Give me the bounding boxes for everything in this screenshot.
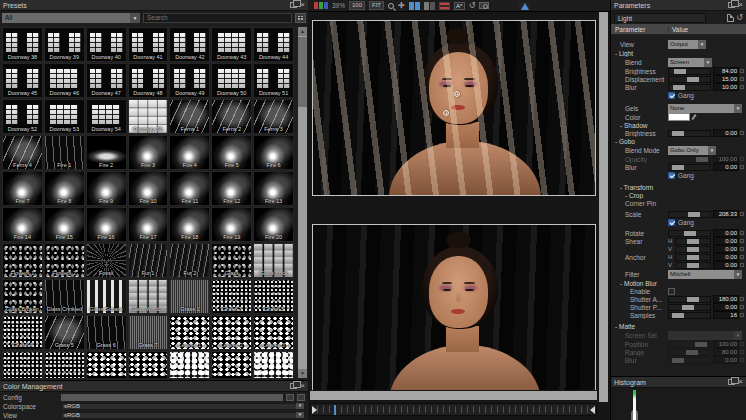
preset-tile-doorway-48[interactable]: Doorway 48 (128, 63, 169, 98)
timeline-playhead[interactable] (334, 405, 336, 415)
preset-tile-fur-1[interactable]: Fur 1 (128, 243, 169, 278)
slider-thumb[interactable] (688, 212, 700, 217)
preset-tile-leaves-3[interactable]: Leaves 3 (253, 315, 294, 350)
float-panel-icon[interactable] (728, 379, 735, 385)
slider-thumb[interactable] (672, 131, 684, 136)
preset-tile-grass-2[interactable]: Grass 2 (211, 279, 252, 314)
blend-dropdown[interactable]: Screen▼ (668, 58, 712, 67)
preset-tile-leaves-1[interactable]: Leaves 1 (169, 315, 210, 350)
colorspace-dropdown[interactable]: sRGB ▼ (61, 403, 305, 410)
reset-param-icon[interactable] (740, 85, 744, 89)
preset-tile-fire-7[interactable]: Fire 7 (2, 171, 43, 206)
samples-value[interactable]: 16 (713, 311, 739, 319)
reset-param-icon[interactable] (740, 263, 744, 267)
preset-tile-doorway-44[interactable]: Doorway 44 (253, 27, 294, 62)
zoom-tool-icon[interactable] (388, 3, 394, 9)
config-menu-button[interactable] (297, 394, 305, 401)
gels-dropdown[interactable]: None▼ (668, 104, 742, 113)
viewer-canvas[interactable] (308, 12, 598, 390)
timeline[interactable] (310, 403, 597, 416)
preset-tile-ferns-3[interactable]: Ferns 3 (253, 99, 294, 134)
preset-tile-leaves-9[interactable]: Leaves 9 (211, 351, 252, 378)
preset-tile-glass-brick[interactable]: Glass Brick (253, 243, 294, 278)
preset-category-dropdown[interactable]: All ▼ (2, 13, 140, 23)
view-dropdown[interactable]: Output▼ (668, 40, 706, 49)
preset-tile-flowers-1[interactable]: Flowers 1 (2, 243, 43, 278)
zoom-fit-button[interactable]: FIT (369, 1, 384, 10)
reset-param-icon[interactable] (740, 212, 744, 216)
slider-thumb[interactable] (672, 165, 684, 170)
shutter-a-slider[interactable] (668, 296, 711, 303)
preset-tile-fire-16[interactable]: Fire 16 (86, 207, 127, 242)
preset-tile-grass-5[interactable]: Grass 5 (44, 315, 85, 350)
slider-thumb[interactable] (682, 305, 694, 310)
slider-thumb[interactable] (672, 313, 684, 318)
preset-tile-doorway-47[interactable]: Doorway 47 (86, 63, 127, 98)
brightness-value[interactable]: 84.00 (713, 67, 739, 75)
pan-tool-icon[interactable]: ✛ (398, 2, 405, 10)
slider-thumb[interactable] (687, 239, 699, 244)
preset-tile-doorway-51[interactable]: Doorway 51 (253, 63, 294, 98)
preset-tile-leaves-7[interactable]: Leaves 7 (128, 351, 169, 378)
preset-tile-doorway-53[interactable]: Doorway 53 (44, 99, 85, 134)
preset-tile-doorway-42[interactable]: Doorway 42 (169, 27, 210, 62)
preset-tile-fire-12[interactable]: Fire 12 (211, 171, 252, 206)
reset-param-icon[interactable] (740, 231, 744, 235)
viewer-image-output[interactable] (312, 20, 596, 196)
auto-key-icon[interactable]: A* (454, 2, 465, 10)
preset-tile-fire-11[interactable]: Fire 11 (169, 171, 210, 206)
blur-slider[interactable] (668, 84, 711, 91)
compare-views-icon[interactable] (409, 2, 420, 10)
param-slider[interactable] (675, 262, 711, 269)
eyedropper-icon[interactable] (692, 113, 697, 121)
light-control-point[interactable] (454, 91, 460, 97)
preset-tile-doorway-39[interactable]: Doorway 39 (44, 27, 85, 62)
param-slider[interactable] (675, 246, 711, 253)
preset-tile-fire-14[interactable]: Fire 14 (2, 207, 43, 242)
reset-param-icon[interactable] (740, 131, 744, 135)
reset-param-icon[interactable] (740, 165, 744, 169)
slider-thumb[interactable] (687, 255, 699, 260)
view-dropdown[interactable]: sRGB ▼ (61, 412, 305, 419)
scroll-up-icon[interactable]: ▲ (298, 27, 307, 36)
blur-value[interactable]: 0.00 (713, 163, 739, 171)
snapshot-icon[interactable] (479, 2, 489, 9)
rgb-channels-icon[interactable] (314, 2, 328, 9)
preset-tile-fire-5[interactable]: Fire 5 (211, 135, 252, 170)
preset-tile-ferns-4[interactable]: Ferns 4 (2, 135, 43, 170)
reset-param-icon[interactable] (740, 247, 744, 251)
scale-value[interactable]: 208.33 (713, 210, 739, 218)
opacity-slider[interactable] (668, 156, 711, 163)
reset-param-icon[interactable] (740, 342, 744, 346)
preset-tile-ferns-2[interactable]: Ferns 2 (211, 99, 252, 134)
slider-thumb[interactable] (686, 350, 698, 355)
preset-tile-doorway-41[interactable]: Doorway 41 (128, 27, 169, 62)
viewer-horizontal-scrollbar[interactable] (310, 391, 597, 400)
preset-tile-grass-3[interactable]: Grass 3 (253, 279, 294, 314)
preset-tile-glass-window[interactable]: Glass Window (128, 279, 169, 314)
position-slider[interactable] (668, 341, 711, 348)
preset-tile-doorway-45[interactable]: Doorway 45 (2, 63, 43, 98)
position-value[interactable]: 100.00 (713, 340, 739, 348)
blur-value[interactable]: 10.00 (713, 83, 739, 91)
screen-sel-dropdown[interactable]: ▼ (668, 331, 742, 340)
shutter-p-value[interactable]: 0.00 (713, 303, 739, 311)
enable-checkbox[interactable] (668, 288, 675, 295)
slider-thumb[interactable] (672, 358, 684, 363)
preset-tile-fire-19[interactable]: Fire 19 (211, 207, 252, 242)
slider-thumb[interactable] (687, 77, 699, 82)
preset-tile-grass-4[interactable]: Grass 4 (2, 315, 43, 350)
slider-thumb[interactable] (687, 297, 699, 302)
float-panel-icon[interactable] (728, 2, 735, 8)
preset-tile-fire-3[interactable]: Fire 3 (128, 135, 169, 170)
preset-tile-grass-7[interactable]: Grass 7 (128, 315, 169, 350)
preset-tile-doorway-38[interactable]: Doorway 38 (2, 27, 43, 62)
filter-name-field[interactable]: Light (614, 13, 706, 23)
preset-tile-fire-8[interactable]: Fire 8 (44, 171, 85, 206)
rotate-value[interactable]: 0.00 (713, 229, 739, 237)
preset-tile-fire-2[interactable]: Fire 2 (86, 135, 127, 170)
preset-tile-fire-20[interactable]: Fire 20 (253, 207, 294, 242)
range-value[interactable]: 80.00 (713, 348, 739, 356)
blur-slider[interactable] (668, 164, 711, 171)
preset-tile-leaves-8[interactable]: Leaves 8 (169, 351, 210, 378)
